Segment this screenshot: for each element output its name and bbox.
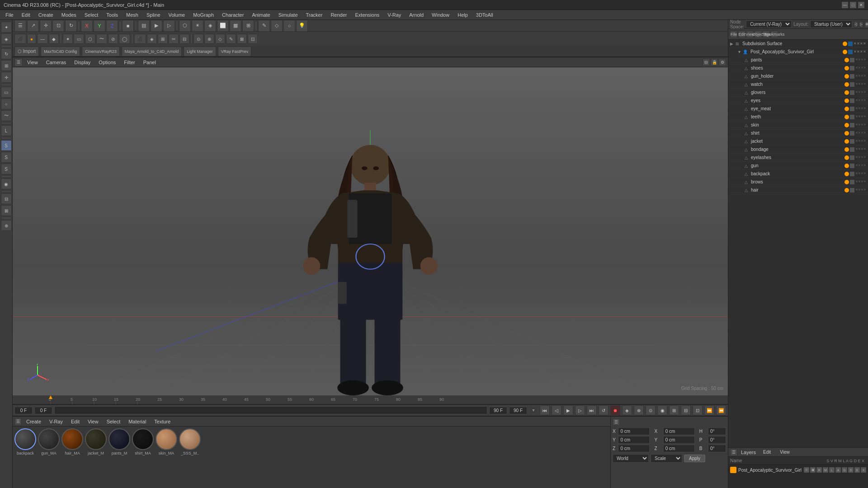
obj-dot-r-eyes[interactable] [850,99,854,103]
tb-loop-cut[interactable]: ⊞ [158,34,168,44]
layout-select[interactable]: Startup (User) [810,20,852,28]
obj-gun[interactable]: △ gun ✕✕✕✕ [728,162,868,170]
maximize-button[interactable]: □ [850,2,856,8]
menu-select[interactable]: Select [81,11,102,19]
obj-dot-r-eyelashes[interactable] [850,155,854,160]
obj-skin[interactable]: △ skin ✕✕✕✕ [728,121,868,129]
obj-dot-r-shoes[interactable] [850,66,854,70]
vp-icon-settings[interactable]: ⚙ [719,59,726,66]
obj-dot-r-watch[interactable] [850,82,854,87]
obj-dot-teeth[interactable] [844,115,849,119]
tb-mode-model[interactable]: ⬛ [14,34,26,44]
layer-icon-x[interactable]: X [861,467,866,473]
tb-y-axis[interactable]: Y [94,20,105,32]
tb-view-cube[interactable]: ⬡ [179,20,191,32]
tb-paint[interactable]: ⊠ [237,34,247,44]
obj-dot-r-jacket[interactable] [850,139,854,144]
apply-button[interactable]: Apply [684,455,705,462]
obj-dot-backpack[interactable] [844,172,849,176]
obj-dot-jacket[interactable] [844,139,849,144]
plugin-cinema-vray[interactable]: CinemaVRayR23 [82,47,120,56]
layer-icon-v[interactable]: ▣ [810,467,816,473]
material-jacket[interactable]: jacket_M [85,428,107,455]
material-sss[interactable]: _SSS_M.. [179,428,201,455]
mat-menu-texture[interactable]: Texture [151,418,174,425]
tool-select-lasso[interactable]: 〜 [1,110,12,121]
obj-dot-r-shirt[interactable] [850,131,854,136]
menu-vray[interactable]: V-Ray [384,11,405,19]
tb-render-all[interactable]: ▷ [163,20,175,32]
pb-goto-start[interactable]: ⏮ [540,405,550,415]
tool-s3[interactable]: S [1,164,12,174]
pb-key6[interactable]: ⊟ [681,405,691,415]
layer-icon-a[interactable]: A [835,467,841,473]
tb-extrude[interactable]: ⬛ [134,34,146,44]
tool-scale[interactable]: ⊞ [1,60,12,71]
tool-rotate[interactable]: ↻ [1,48,12,59]
menu-volume[interactable]: Volume [165,11,189,19]
vp-menu-options[interactable]: Options [95,59,119,66]
pb-record[interactable]: ⏺ [610,405,620,415]
tb-filter[interactable]: ▦ [230,20,241,32]
tool-poly[interactable]: L [1,125,12,136]
tb-rotate[interactable]: ↻ [65,20,77,32]
obj-character-root[interactable]: ▼ 👤 Post_Apocalyptic_Survivor_Girl ✕✕✕✕ [736,48,868,56]
tb-cube[interactable]: ■ [122,20,134,32]
tb-select-poly[interactable]: ⬡ [85,34,95,44]
tool-grid2[interactable]: ⊠ [1,205,12,216]
obj-dot-hair[interactable] [844,188,849,192]
tb-magnet[interactable]: ⊡ [248,34,258,44]
material-backpack[interactable]: backpack [14,428,36,455]
tb-render-active[interactable]: ▶ [151,20,162,32]
tb-knife[interactable]: ◇ [271,20,283,32]
input-z-pos[interactable] [618,445,650,452]
tb-select-rect[interactable]: ▭ [74,34,84,44]
material-hair[interactable]: hair_MA [61,428,83,455]
tb-scale[interactable]: ⊡ [52,20,64,32]
menu-render[interactable]: Render [327,11,350,19]
vp-menu-display[interactable]: Display [71,59,94,66]
obj-glovers[interactable]: △ glovers ✕✕✕✕ [728,89,868,97]
coord-space-select[interactable]: World Object [613,454,649,463]
tb-select-brush[interactable]: ◯ [119,34,130,44]
pb-key2[interactable]: ⊕ [634,405,644,415]
pb-key4[interactable]: ◉ [657,405,667,415]
layers-edit-btn[interactable]: Edit [760,449,774,455]
tb-extra2[interactable]: ○ [283,20,295,32]
obj-eyelashes[interactable]: △ eyelashes ✕✕✕✕ [728,154,868,162]
fps-display[interactable]: 0 F [34,407,52,414]
input-z-rot[interactable] [663,445,695,452]
obj-dot-bondage[interactable] [844,147,849,152]
obj-dot-r-teeth[interactable] [850,115,854,119]
tb-render-region[interactable]: ▤ [138,20,150,32]
viewport[interactable]: Perspective Default Camera.* [13,67,728,395]
obj-dot-shirt[interactable] [844,131,849,136]
pb-key7[interactable]: ⊡ [693,405,703,415]
obj-dot-glovers[interactable] [844,90,849,95]
tool-select-circle[interactable]: ○ [1,99,12,109]
vp-icon-lock[interactable]: 🔒 [711,59,718,66]
pb-prev-frame[interactable]: ◁ [552,405,561,415]
obj-bondage[interactable]: △ bondage ✕✕✕✕ [728,145,868,154]
obj-jacket[interactable]: △ jacket ✕✕✕✕ [728,137,868,145]
tb-select-lasso[interactable]: 〜 [96,34,107,44]
menu-window[interactable]: Window [428,11,453,19]
tb-mode-points[interactable]: ● [27,34,36,44]
mat-menu-view[interactable]: View [84,418,102,425]
obj-hair[interactable]: △ hair ✕✕✕✕ [728,186,868,194]
plugin-maxto-config[interactable]: MaxToC4D Config [41,47,80,56]
tb-mat[interactable]: ◈ [204,20,216,32]
obj-brows[interactable]: △ brows ✕✕✕✕ [728,178,868,186]
vp-icon-maximize[interactable]: ⊟ [703,59,710,66]
menu-simulate[interactable]: Simulate [275,11,302,19]
obj-gun-holder[interactable]: △ gun_holder ✕✕✕✕ [728,72,868,80]
current-frame-display[interactable]: 0 F [14,407,33,414]
obj-dot-r-brows[interactable] [850,180,854,184]
minimize-button[interactable]: — [842,2,848,8]
obj-dot-r-backpack[interactable] [850,172,854,176]
obj-dot-r-gun[interactable] [850,164,854,168]
obj-shirt[interactable]: △ shirt ✕✕✕✕ [728,129,868,137]
menu-mograph[interactable]: MoGraph [189,11,217,19]
tool-pointer[interactable]: ✦ [1,22,12,33]
menu-mesh[interactable]: Mesh [123,11,142,19]
